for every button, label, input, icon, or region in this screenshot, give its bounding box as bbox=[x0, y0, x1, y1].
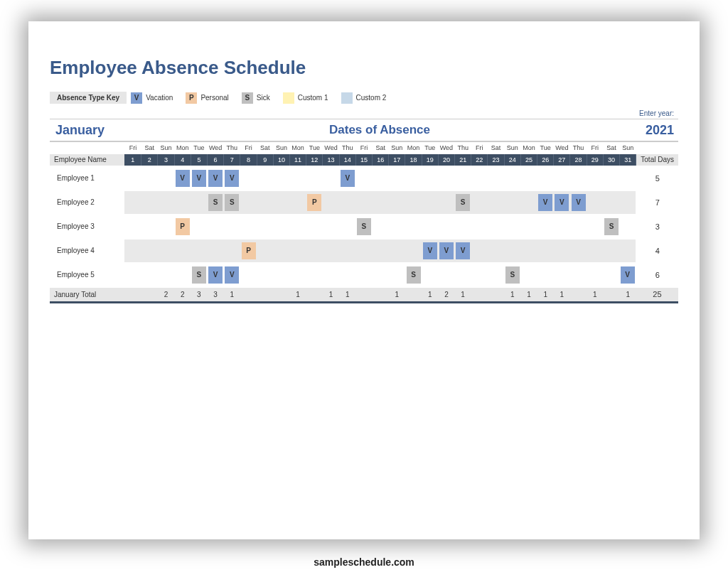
month-total-row: January Total 22331111112111111125 bbox=[50, 287, 678, 303]
absence-cell bbox=[570, 239, 587, 263]
day-number-header: 27 bbox=[554, 154, 570, 166]
absence-cell bbox=[471, 166, 488, 190]
absence-chip: S bbox=[604, 218, 619, 235]
absence-cell bbox=[273, 166, 289, 190]
absence-cell bbox=[422, 166, 438, 190]
day-number-header: 11 bbox=[290, 154, 306, 166]
absence-cell bbox=[405, 239, 422, 263]
absence-chip: S bbox=[407, 266, 421, 284]
day-total-cell: 1 bbox=[323, 287, 339, 303]
absence-chip: V bbox=[176, 170, 190, 187]
absence-cell bbox=[504, 239, 520, 263]
day-total-cell bbox=[306, 287, 323, 303]
day-number-header: 18 bbox=[405, 154, 422, 166]
absence-chip: V bbox=[341, 170, 355, 187]
dow-header: Sun bbox=[389, 142, 405, 154]
absence-cell: S bbox=[603, 215, 619, 239]
day-total-cell bbox=[603, 287, 619, 303]
absence-cell bbox=[273, 239, 289, 263]
absence-cell bbox=[141, 190, 158, 215]
absence-cell: V bbox=[620, 263, 636, 287]
dow-header: Sat bbox=[141, 142, 158, 154]
absence-chip: V bbox=[621, 266, 635, 284]
day-number-header: 4 bbox=[174, 154, 191, 166]
legend-text: Sick bbox=[257, 94, 270, 102]
day-number-header: 25 bbox=[520, 154, 537, 166]
absence-cell bbox=[339, 239, 355, 263]
absence-cell bbox=[158, 263, 174, 287]
absence-chip: V bbox=[192, 170, 206, 187]
day-number-header: 6 bbox=[208, 154, 224, 166]
absence-cell bbox=[471, 190, 488, 215]
dow-header: Fri bbox=[124, 142, 141, 154]
dow-header: Fri bbox=[471, 142, 488, 154]
legend-chip bbox=[283, 92, 294, 104]
absence-cell bbox=[537, 166, 554, 190]
legend-items: VVacationPPersonalSSickCustom 1Custom 2 bbox=[131, 92, 399, 104]
absence-cell bbox=[471, 263, 488, 287]
day-number-header: 1 bbox=[124, 154, 141, 166]
dow-header: Sun bbox=[158, 142, 174, 154]
absence-cell bbox=[240, 190, 257, 215]
absence-cell bbox=[355, 263, 372, 287]
absence-cell bbox=[224, 215, 240, 239]
absence-table: FriSatSunMonTueWedThuFriSatSunMonTueWedT… bbox=[50, 141, 678, 303]
absence-cell bbox=[422, 263, 438, 287]
absence-cell bbox=[124, 190, 141, 215]
day-total-cell: 3 bbox=[191, 287, 207, 303]
table-row: Employee 1VVVVV5 bbox=[50, 166, 678, 190]
employee-name-header: Employee Name bbox=[50, 154, 124, 166]
day-total-cell bbox=[405, 287, 422, 303]
absence-chip: V bbox=[423, 242, 437, 259]
absence-cell bbox=[537, 263, 554, 287]
dow-header: Sat bbox=[603, 142, 619, 154]
day-total-cell: 1 bbox=[290, 287, 306, 303]
day-number-header: 22 bbox=[471, 154, 488, 166]
absence-cell bbox=[405, 166, 422, 190]
absence-cell: S bbox=[355, 215, 372, 239]
day-number-header: 15 bbox=[355, 154, 372, 166]
month-header: January Dates of Absence 2021 bbox=[50, 119, 678, 141]
day-number-header: 2 bbox=[141, 154, 158, 166]
blank-header bbox=[636, 142, 678, 154]
absence-cell bbox=[488, 215, 504, 239]
absence-cell bbox=[438, 166, 454, 190]
absence-cell bbox=[339, 263, 355, 287]
absence-cell bbox=[306, 166, 323, 190]
absence-chip: S bbox=[357, 218, 371, 235]
dow-header: Tue bbox=[422, 142, 438, 154]
absence-cell bbox=[273, 215, 289, 239]
absence-cell bbox=[554, 166, 570, 190]
day-total-cell: 1 bbox=[389, 287, 405, 303]
absence-cell bbox=[323, 215, 339, 239]
absence-cell bbox=[124, 215, 141, 239]
day-total-cell: 1 bbox=[620, 287, 636, 303]
absence-cell bbox=[290, 239, 306, 263]
absence-cell bbox=[389, 215, 405, 239]
legend-item: Custom 2 bbox=[341, 92, 387, 104]
absence-cell bbox=[124, 166, 141, 190]
absence-chip: V bbox=[456, 242, 470, 259]
absence-cell bbox=[257, 215, 273, 239]
dow-header: Mon bbox=[405, 142, 422, 154]
absence-cell bbox=[124, 239, 141, 263]
absence-chip: V bbox=[208, 266, 223, 284]
absence-cell bbox=[455, 215, 471, 239]
absence-cell: P bbox=[174, 215, 191, 239]
absence-cell bbox=[504, 166, 520, 190]
document-page: Employee Absence Schedule Absence Type K… bbox=[28, 21, 700, 539]
absence-cell bbox=[455, 263, 471, 287]
legend-chip: V bbox=[131, 92, 142, 104]
absence-cell: S bbox=[208, 190, 224, 215]
absence-cell bbox=[191, 239, 207, 263]
absence-cell bbox=[257, 239, 273, 263]
absence-cell: V bbox=[455, 239, 471, 263]
absence-chip: V bbox=[225, 266, 239, 284]
dow-header: Sun bbox=[273, 142, 289, 154]
legend-item: SSick bbox=[242, 92, 270, 104]
employee-name-cell: Employee 4 bbox=[50, 239, 124, 263]
absence-cell bbox=[373, 239, 389, 263]
absence-chip: P bbox=[176, 218, 190, 235]
absence-cell bbox=[290, 263, 306, 287]
absence-cell bbox=[290, 190, 306, 215]
